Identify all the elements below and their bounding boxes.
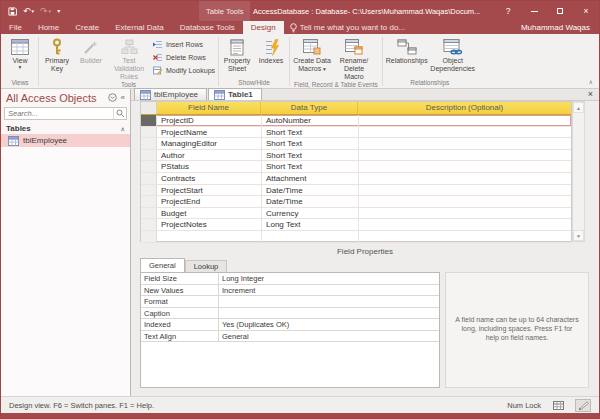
customize-quick-access-icon[interactable]: ▾: [57, 7, 60, 16]
field-row-contracts[interactable]: ContractsAttachment: [141, 173, 571, 185]
menu-tab-file[interactable]: File: [1, 21, 30, 34]
menu-tab-home[interactable]: Home: [30, 21, 67, 34]
data-type-cell[interactable]: Long Text: [261, 219, 358, 230]
field-name-cell[interactable]: PStatus: [157, 161, 261, 172]
primary-key-button[interactable]: Primary Key: [40, 35, 74, 81]
description-cell[interactable]: [358, 196, 571, 207]
restore-button[interactable]: [547, 1, 573, 21]
description-cell[interactable]: [358, 127, 571, 138]
insert-rows-button[interactable]: Insert Rows: [153, 39, 215, 50]
description-cell[interactable]: [358, 150, 571, 161]
property-value-cell[interactable]: [219, 308, 439, 319]
data-type-cell[interactable]: Date/Time: [261, 196, 358, 207]
tab-general[interactable]: General: [140, 258, 185, 272]
datasheet-view-button[interactable]: [550, 399, 566, 412]
relationships-button[interactable]: Relationships: [384, 35, 430, 79]
data-type-cell[interactable]: [261, 231, 358, 242]
description-cell[interactable]: [358, 138, 571, 149]
shutter-bar-close-icon[interactable]: «: [121, 93, 125, 102]
row-selector[interactable]: [141, 115, 157, 126]
search-input[interactable]: [5, 109, 113, 118]
row-selector[interactable]: [141, 173, 157, 184]
field-row-budget[interactable]: BudgetCurrency: [141, 208, 571, 220]
data-type-cell[interactable]: Currency: [261, 208, 358, 219]
nav-group-collapse-icon[interactable]: ∧: [121, 125, 125, 132]
field-row-author[interactable]: AuthorShort Text: [141, 150, 571, 162]
menu-tab-external-data[interactable]: External Data: [107, 21, 171, 34]
row-selector[interactable]: [141, 185, 157, 196]
field-row-projectid[interactable]: ProjectIDAutoNumber: [141, 115, 571, 127]
test-validation-rules-button[interactable]: Test Validation Rules: [108, 35, 150, 81]
field-name-cell[interactable]: Author: [157, 150, 261, 161]
object-dependencies-button[interactable]: Object Dependencies: [430, 35, 476, 79]
search-icon[interactable]: [116, 109, 125, 118]
row-selector[interactable]: [141, 219, 157, 230]
row-selector[interactable]: [141, 231, 157, 242]
save-icon[interactable]: [8, 7, 17, 16]
undo-caret-icon[interactable]: ▾: [32, 7, 35, 16]
property-value-cell[interactable]: [219, 296, 439, 307]
field-row-managingeditor[interactable]: ManagingEditorShort Text: [141, 138, 571, 150]
scroll-down-icon[interactable]: ▼: [573, 230, 584, 241]
property-row-new-values[interactable]: New ValuesIncrement: [141, 285, 439, 297]
description-cell[interactable]: [358, 115, 571, 126]
description-cell[interactable]: [358, 173, 571, 184]
document-tab-table1[interactable]: Table1: [208, 88, 262, 100]
row-selector[interactable]: [141, 150, 157, 161]
minimize-button[interactable]: [521, 1, 547, 21]
property-value-cell[interactable]: Yes (Duplicates OK): [219, 319, 439, 330]
field-name-cell[interactable]: ProjectNotes: [157, 219, 261, 230]
property-value-cell[interactable]: Long Integer: [219, 273, 439, 284]
property-row-field-size[interactable]: Field SizeLong Integer: [141, 273, 439, 285]
document-tab-tblemployee[interactable]: tblEmployee: [134, 88, 207, 100]
field-row-empty[interactable]: [141, 231, 571, 243]
data-type-cell[interactable]: Attachment: [261, 173, 358, 184]
design-view-button[interactable]: [575, 399, 591, 412]
description-cell[interactable]: [358, 161, 571, 172]
property-row-format[interactable]: Format: [141, 296, 439, 308]
property-value-cell[interactable]: Increment: [219, 285, 439, 296]
tell-me-box[interactable]: Tell me what you want to do...: [284, 21, 405, 34]
data-type-cell[interactable]: Date/Time: [261, 185, 358, 196]
field-name-cell[interactable]: Contracts: [157, 173, 261, 184]
field-row-projectnotes[interactable]: ProjectNotesLong Text: [141, 219, 571, 231]
property-sheet-button[interactable]: Property Sheet: [220, 35, 254, 79]
row-selector[interactable]: [141, 196, 157, 207]
row-selector[interactable]: [141, 127, 157, 138]
field-name-cell[interactable]: ProjectName: [157, 127, 261, 138]
view-button[interactable]: View ▾: [3, 35, 37, 79]
data-type-cell[interactable]: Short Text: [261, 138, 358, 149]
create-data-macros-button[interactable]: Create Data Macros ▾: [291, 35, 333, 81]
field-name-cell[interactable]: ProjectStart: [157, 185, 261, 196]
field-name-cell[interactable]: ProjectID: [157, 115, 261, 126]
field-row-projectstart[interactable]: ProjectStartDate/Time: [141, 185, 571, 197]
menu-tab-design[interactable]: Design: [243, 21, 284, 34]
undo-icon[interactable]: ↶▾: [23, 7, 34, 16]
close-document-icon[interactable]: ×: [582, 88, 599, 100]
rename-delete-macro-button[interactable]: Rename/ Delete Macro: [333, 35, 375, 81]
field-name-cell[interactable]: [157, 231, 261, 242]
nav-item-tblemployee[interactable]: tblEmployee: [1, 134, 130, 147]
nav-menu-dropdown-icon[interactable]: [108, 93, 117, 102]
row-selector[interactable]: [141, 138, 157, 149]
user-name[interactable]: Muhammad Waqas: [521, 21, 599, 34]
tab-lookup[interactable]: Lookup: [185, 260, 228, 272]
data-type-cell[interactable]: AutoNumber: [261, 115, 358, 126]
scroll-up-icon[interactable]: ▲: [573, 102, 584, 113]
menu-tab-create[interactable]: Create: [67, 21, 107, 34]
field-name-cell[interactable]: Budget: [157, 208, 261, 219]
collapse-ribbon-icon[interactable]: ∧: [589, 78, 593, 85]
description-cell[interactable]: [358, 231, 571, 242]
redo-icon[interactable]: ↷▾: [40, 7, 51, 16]
nav-group-tables[interactable]: Tables ∧: [1, 122, 130, 134]
data-type-cell[interactable]: Short Text: [261, 161, 358, 172]
description-cell[interactable]: [358, 219, 571, 230]
description-cell[interactable]: [358, 185, 571, 196]
property-row-text-align[interactable]: Text AlignGeneral: [141, 331, 439, 343]
field-row-projectend[interactable]: ProjectEndDate/Time: [141, 196, 571, 208]
builder-button[interactable]: Builder: [74, 35, 108, 81]
property-value-cell[interactable]: General: [219, 331, 439, 342]
property-row-caption[interactable]: Caption: [141, 308, 439, 320]
property-row-indexed[interactable]: IndexedYes (Duplicates OK): [141, 319, 439, 331]
description-cell[interactable]: [358, 208, 571, 219]
